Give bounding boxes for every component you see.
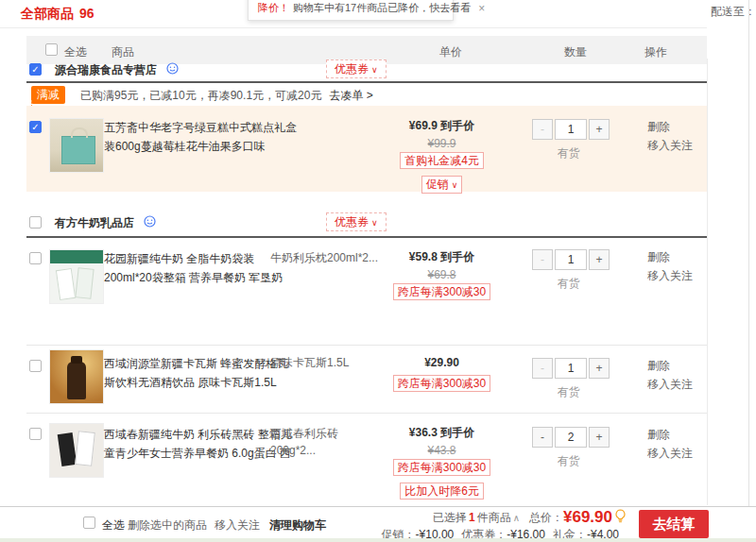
coupon-label: 优惠券 <box>335 215 369 229</box>
divider <box>0 27 707 28</box>
first-purchase-tag: 首购礼金减4元 <box>400 152 484 169</box>
original-price: ¥99.9 <box>378 137 506 150</box>
qty-plus-button[interactable]: + <box>589 249 610 270</box>
shop-2-checkbox[interactable] <box>29 216 42 229</box>
product-spec: 牛奶利乐枕200ml*2... <box>270 249 380 266</box>
total-value: ¥69.90 <box>563 508 612 526</box>
qty-input[interactable]: 1 <box>555 358 587 379</box>
item-4-checkbox[interactable] <box>29 428 42 440</box>
shop-header-1: 源合瑞康食品专营店 优惠券∨ <box>26 59 707 81</box>
shop-rating-smiley-icon[interactable] <box>166 62 179 77</box>
select-all-checkbox[interactable] <box>45 43 58 56</box>
cross-store-tag: 跨店每满300减30 <box>393 283 490 300</box>
page-bottom-strip <box>0 538 756 542</box>
shop-1-name[interactable]: 源合瑞康食品专营店 <box>55 62 157 78</box>
page-right-border <box>748 0 749 506</box>
move-to-follow-link[interactable]: 移入关注 <box>647 138 693 154</box>
qty-plus-button[interactable]: + <box>589 119 610 140</box>
price-drop-tag-line: 比加入时降6元 <box>378 483 506 500</box>
cross-store-tag: 跨店每满300减30 <box>393 375 490 392</box>
chevron-up-icon[interactable]: ∧ <box>513 513 520 523</box>
selected-count: 1 <box>469 511 475 524</box>
price-value: ¥36.3 <box>409 426 438 439</box>
cart-item-row: 五芳斋中华老字号绿豆糕中式糕点礼盒装600g蔓越莓桂花牛油果多口味 ¥69.9 … <box>26 106 707 192</box>
qty-minus-button[interactable]: - <box>532 249 553 270</box>
lightbulb-icon <box>614 513 627 526</box>
quantity-stepper: - 2 + <box>532 427 610 448</box>
promotion-label: 促销 <box>426 178 449 191</box>
price-value: ¥59.8 <box>409 250 438 263</box>
item-3-checkbox[interactable] <box>29 360 42 372</box>
product-image[interactable] <box>49 249 104 304</box>
qty-plus-button[interactable]: + <box>589 427 610 448</box>
qty-plus-button[interactable]: + <box>589 358 610 379</box>
selected-prefix: 已选择 <box>433 511 467 524</box>
original-price: ¥43.8 <box>378 444 506 457</box>
chevron-down-icon: ∨ <box>371 218 378 228</box>
price-value: ¥69.9 <box>409 119 438 132</box>
quantity-stepper: - 1 + <box>532 358 610 379</box>
product-image[interactable] <box>49 423 104 478</box>
shopping-cart-page: 全部商品96 降价！ 购物车中有17件商品已降价，快去看看 × 配送至： 全选 … <box>0 0 756 542</box>
shop-2-coupon-button[interactable]: 优惠券∨ <box>326 212 387 231</box>
delete-link[interactable]: 删除 <box>647 119 670 135</box>
move-to-follow-link[interactable]: 移入关注 <box>647 377 693 393</box>
product-spec: 西域春利乐砖200g*2... <box>270 425 380 459</box>
original-price-value: ¥69.8 <box>427 268 455 281</box>
delete-link[interactable]: 删除 <box>647 358 670 374</box>
item-1-checkbox[interactable] <box>29 121 42 133</box>
promo-tag-line: 跨店每满300减30 <box>378 283 506 300</box>
promotion-dropdown[interactable]: 促销∨ <box>421 176 463 194</box>
close-icon[interactable]: × <box>478 2 485 15</box>
price-drop-toast: 降价！ 购物车中有17件商品已降价，快去看看 × <box>248 0 454 21</box>
delete-selected-link[interactable]: 删除选中的商品 <box>128 517 207 534</box>
chevron-down-icon: ∨ <box>371 65 378 75</box>
toast-tag: 降价！ <box>258 1 289 15</box>
qty-input[interactable]: 1 <box>555 119 587 140</box>
shop-rating-smiley-icon[interactable] <box>144 215 156 230</box>
price-suffix: 到手价 <box>440 119 474 132</box>
footer-select-all-label[interactable]: 全选 <box>102 517 125 534</box>
totals-summary: 已选择1件商品∧总价：¥69.90 促销：-¥10.00优惠券：-¥16.00礼… <box>305 509 627 542</box>
item-price: ¥69.9 到手价 <box>378 118 506 134</box>
delete-link[interactable]: 删除 <box>647 249 670 265</box>
item-price: ¥29.90 <box>378 356 506 369</box>
qty-input[interactable]: 1 <box>555 249 587 270</box>
move-to-follow-link[interactable]: 移入关注 <box>647 268 693 284</box>
promo-tag-line: 跨店每满300减30 <box>378 459 506 476</box>
selected-summary[interactable]: 已选择1件商品∧总价：¥69.90 <box>305 509 627 527</box>
go-add-on-link[interactable]: 去凑单 > <box>329 89 372 102</box>
original-price-value: ¥43.8 <box>427 444 455 457</box>
shop-2-name[interactable]: 有方牛奶乳品店 <box>55 215 134 231</box>
delete-link[interactable]: 删除 <box>647 427 670 443</box>
shop-1-coupon-button[interactable]: 优惠券∨ <box>326 59 387 78</box>
item-2-checkbox[interactable] <box>29 252 42 264</box>
move-to-follow-link[interactable]: 移入关注 <box>647 446 693 462</box>
product-image[interactable] <box>49 349 104 404</box>
price-suffix: 到手价 <box>440 250 474 263</box>
product-image[interactable] <box>49 118 104 173</box>
promo-dropdown-line: 促销∨ <box>378 176 506 194</box>
footer-move-to-follow-link[interactable]: 移入关注 <box>215 517 260 534</box>
promo-tag-line: 首购礼金减4元 <box>378 152 506 169</box>
stock-status: 有货 <box>532 384 606 400</box>
price-drop-tag: 比加入时降6元 <box>400 483 484 500</box>
price-suffix: 到手价 <box>440 426 474 439</box>
quantity-stepper: - 1 + <box>532 119 610 140</box>
item-price: ¥59.8 到手价 <box>378 249 506 265</box>
qty-minus-button[interactable]: - <box>532 427 553 448</box>
table-right-border <box>707 59 708 505</box>
product-spec: 原味卡瓦斯1.5L <box>270 354 380 371</box>
footer-select-all-checkbox[interactable] <box>83 517 95 529</box>
qty-minus-button[interactable]: - <box>532 119 553 140</box>
product-title[interactable]: 五芳斋中华老字号绿豆糕中式糕点礼盒装600g蔓越莓桂花牛油果多口味 <box>104 118 299 156</box>
price-value: ¥29.90 <box>424 356 459 369</box>
shop-1-checkbox[interactable] <box>29 63 42 76</box>
qty-input[interactable]: 2 <box>555 427 587 448</box>
checkout-button[interactable]: 去结算 <box>639 510 709 538</box>
promo-text-value: 已购满95元，已减10元，再凑90.1元，可减20元 <box>80 89 321 102</box>
qty-minus-button[interactable]: - <box>532 358 553 379</box>
page-title: 全部商品96 <box>21 6 94 23</box>
item-price: ¥36.3 到手价 <box>378 425 506 441</box>
page-title-text: 全部商品 <box>21 6 74 21</box>
